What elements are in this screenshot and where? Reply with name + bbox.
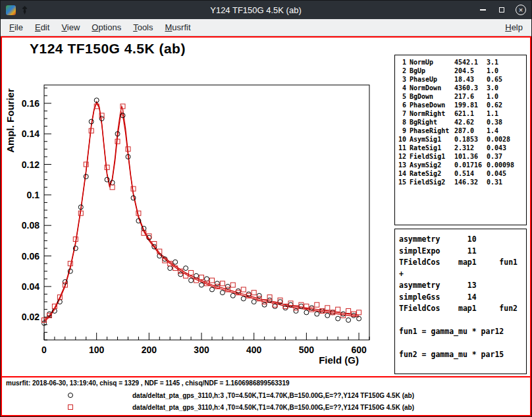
canvas-area[interactable]: Y124 TF150G 4.5K (ab) 010020030040050060… [1, 36, 531, 416]
param-row: 10AsymSig10.18530.0028 [397, 135, 524, 144]
param-value: 2.312 [454, 144, 487, 152]
window-controls: × [477, 5, 526, 15]
legend-label: data/deltat_pta_gps_3110,h:4 ,T0=4.50K,T… [132, 404, 414, 411]
param-name: NormDown [410, 84, 454, 92]
param-value: 4360.3 [454, 84, 487, 92]
data-point-square [110, 185, 115, 190]
svg-text:0.04: 0.04 [22, 281, 40, 292]
data-point-circle [225, 284, 230, 289]
svg-text:300: 300 [194, 345, 209, 355]
x-axis: 0100200300400500600 [41, 333, 369, 355]
param-value: 42.62 [454, 118, 487, 126]
data-point-circle [99, 117, 104, 121]
data-point-circle [230, 293, 235, 298]
data-point-square [230, 283, 235, 287]
menu-item-tools[interactable]: Tools [127, 20, 159, 34]
minimize-button[interactable] [477, 5, 488, 15]
y-axis: 0.020.040.060.080.10.120.140.16 [22, 88, 51, 340]
param-error: 0.0028 [487, 135, 524, 144]
param-error: 0.31 [487, 178, 524, 186]
fit-line [44, 102, 359, 322]
param-name: PhaseDown [410, 101, 454, 109]
param-name: AsymSig1 [410, 135, 454, 144]
param-index: 8 [397, 118, 406, 126]
svg-text:0.08: 0.08 [22, 220, 40, 231]
data-point-square [84, 162, 88, 167]
data-point-square [252, 291, 256, 295]
data-point-circle [262, 302, 267, 307]
param-index: 2 [397, 67, 406, 75]
param-index: 14 [397, 169, 406, 178]
svg-text:100: 100 [89, 345, 105, 355]
data-point-circle [341, 312, 346, 316]
data-point-circle [288, 302, 293, 307]
menu-item-edit[interactable]: Edit [29, 20, 55, 34]
data-point-square [336, 307, 340, 312]
legend-circle-marker-icon [68, 393, 73, 398]
data-point-circle [194, 273, 199, 278]
param-index: 9 [397, 126, 406, 135]
param-error: 0.62 [487, 101, 524, 109]
menu-items: FileEditViewOptionsToolsMusrfit [3, 20, 197, 34]
param-error: 3.1 [487, 58, 524, 67]
close-button[interactable]: × [516, 5, 526, 15]
menu-item-help[interactable]: Help [499, 20, 529, 34]
fit-info: musrfit: 2018-06-30, 13:19:40, chisq = 1… [6, 379, 290, 387]
theory-line [399, 338, 522, 350]
param-name: BgRight [410, 118, 454, 126]
theory-line: asymmetry 13 [399, 280, 522, 292]
data-point-circle [346, 318, 351, 322]
data-point-circle [320, 309, 325, 314]
data-point-circle [252, 300, 256, 304]
param-index: 10 [397, 135, 406, 144]
menu-item-file[interactable]: File [3, 20, 29, 34]
maximize-button[interactable] [496, 5, 507, 15]
svg-text:500: 500 [299, 345, 315, 355]
plot-svg[interactable]: 01002003004005006000.020.040.060.080.10.… [3, 70, 388, 366]
param-row: 11RateSig12.3120.043 [397, 144, 524, 152]
param-row: 3PhaseUp18.430.65 [397, 75, 524, 84]
legend: data/deltat_pta_gps_3110,h:3 ,T0=4.50K,T… [2, 390, 530, 414]
svg-text:0.02: 0.02 [22, 312, 40, 322]
param-name: NormRight [410, 109, 454, 118]
data-point-square [241, 287, 246, 292]
param-value: 0.514 [454, 169, 487, 178]
data-point-circle [178, 272, 183, 277]
theory-line: fun1 = gamma_mu * par12 [399, 326, 522, 338]
param-index: 15 [397, 178, 406, 186]
data-point-square [105, 165, 109, 170]
data-point-circle [189, 278, 194, 283]
data-point-square [357, 310, 361, 315]
data-point-square [200, 275, 204, 280]
param-index: 5 [397, 92, 406, 101]
menu-item-musrfit[interactable]: Musrfit [159, 20, 197, 34]
data-point-square [210, 278, 215, 283]
svg-text:200: 200 [142, 345, 157, 355]
param-name: BgDown [410, 92, 454, 101]
y-axis-title: Ampl. Fourier [5, 88, 16, 153]
menu-item-view[interactable]: View [55, 20, 86, 34]
param-name: PhaseRight [410, 126, 454, 135]
titlebar[interactable]: Y124 TF150G 4.5K (ab) × [1, 1, 531, 19]
param-row: 7NormRight621.11.1 [397, 109, 524, 118]
param-index: 1 [397, 58, 406, 67]
svg-text:400: 400 [246, 345, 262, 355]
window-title: Y124 TF150G 4.5K (ab) [34, 5, 477, 15]
data-point-circle [173, 260, 178, 264]
param-error: 1.1 [487, 109, 524, 118]
legend-label: data/deltat_pta_gps_3110,h:3 ,T0=4.50K,T… [132, 392, 414, 399]
param-row: 15FieldSig2146.320.31 [397, 178, 524, 186]
data-point-circle [352, 313, 356, 318]
param-row: 1NormUp4542.13.1 [397, 58, 524, 67]
param-value: 0.01716 [454, 161, 487, 169]
maximize-icon [499, 7, 504, 13]
param-error: 1.0 [487, 92, 524, 101]
data-point-circle [205, 277, 209, 281]
param-value: 146.32 [454, 178, 487, 186]
legend-row: data/deltat_pta_gps_3110,h:3 ,T0=4.50K,T… [2, 390, 530, 402]
menu-item-options[interactable]: Options [86, 20, 127, 34]
svg-text:600: 600 [351, 345, 367, 355]
param-name: FieldSig1 [410, 152, 454, 161]
legend-square-marker-icon [68, 404, 73, 410]
theory-line [399, 315, 522, 327]
